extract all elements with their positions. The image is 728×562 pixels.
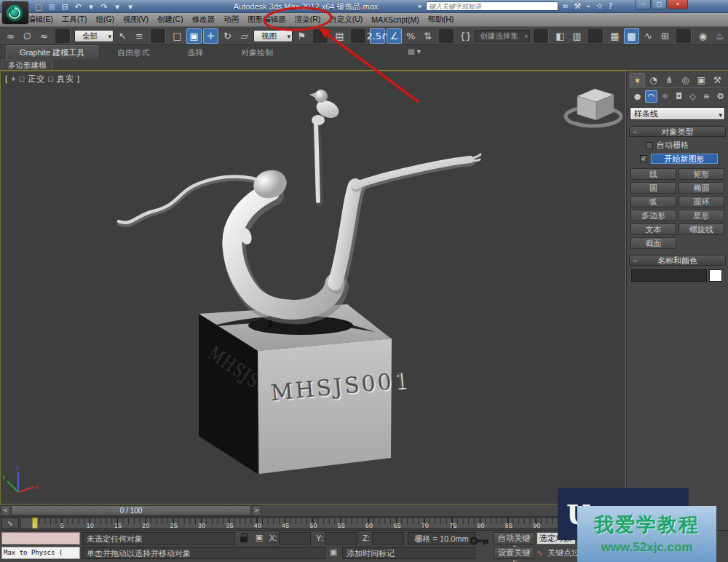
tab-hierarchy[interactable]: ⋔ [662, 73, 677, 87]
cat-geometry[interactable]: ● [631, 90, 644, 103]
isolate-selection-icon[interactable]: ▣ [328, 547, 339, 559]
edit-named-sets-icon[interactable]: {} [458, 28, 473, 44]
help-icon[interactable]: ? [609, 1, 613, 11]
mirror-icon[interactable]: ◧ [553, 28, 568, 44]
menu-item[interactable]: 组(G) [91, 15, 119, 25]
shape-button[interactable]: 线 [630, 168, 676, 180]
menu-item[interactable]: 工具(T) [58, 15, 91, 25]
select-and-link-icon[interactable]: ∞ [3, 28, 18, 44]
shape-button[interactable]: 圆 [630, 182, 676, 194]
set-key-button[interactable]: 设置关键点 [494, 547, 534, 559]
menu-item[interactable]: 图形编辑器 [243, 15, 290, 25]
percent-snap-icon[interactable]: % [403, 28, 419, 44]
selection-region-icon[interactable]: □ [170, 28, 185, 44]
align-icon[interactable]: ▥ [569, 28, 585, 44]
shape-button[interactable]: 弧 [630, 196, 676, 207]
start-new-shape-checkbox[interactable]: ✓ [640, 155, 647, 162]
object-name-input[interactable] [631, 269, 707, 282]
angle-snap-icon[interactable]: ∠ [387, 28, 402, 44]
shape-button[interactable]: 椭圆 [678, 182, 724, 194]
tab-selection[interactable]: 选择 [168, 46, 222, 60]
curve-editor-icon[interactable]: ∿ [641, 28, 656, 44]
cat-space-warps[interactable]: ≋ [700, 90, 713, 103]
maxscript-mini-listener[interactable] [1, 532, 80, 545]
menu-item[interactable]: 帮助(H) [424, 15, 459, 25]
snaps-toggle-icon[interactable]: 2.5∩ [370, 28, 385, 44]
viewcube[interactable] [566, 89, 621, 126]
track-bar[interactable]: ∿ 051015202530354045505560657075808590 [0, 517, 626, 530]
favorites-star-icon[interactable]: ☆ [596, 1, 604, 11]
menu-item[interactable]: MAXScript(M) [367, 15, 423, 24]
autogrid-checkbox[interactable] [646, 142, 653, 149]
ribbon-minimize-icon[interactable]: ▤ ▾ [408, 47, 421, 57]
menu-item[interactable]: 自定义(U) [325, 15, 367, 25]
z-coordinate-field[interactable] [372, 532, 404, 545]
infocenter-icon[interactable]: ⌁ [586, 1, 591, 11]
keyboard-override-icon[interactable]: ▤ [332, 28, 347, 44]
shape-button[interactable]: 星形 [678, 210, 724, 221]
object-type-rollout-header[interactable]: − 对象类型 [629, 126, 726, 137]
quick-access-customize-caret[interactable]: ▾ [125, 2, 135, 12]
menu-item[interactable]: 修改器 [188, 15, 220, 25]
bind-to-space-warp-icon[interactable]: ≈ [36, 28, 52, 44]
shape-button[interactable]: 螺旋线 [678, 223, 724, 235]
save-file-icon[interactable]: ⊟ [60, 2, 70, 12]
cat-shapes[interactable]: ◠ [645, 90, 657, 103]
tab-motion[interactable]: ◎ [678, 73, 693, 87]
x-coordinate-field[interactable] [279, 532, 311, 545]
tab-display[interactable]: ▣ [694, 73, 709, 87]
unlink-selection-icon[interactable]: ∅ [20, 28, 35, 44]
select-and-rotate-icon[interactable]: ↻ [220, 28, 235, 44]
y-coordinate-field[interactable] [325, 532, 357, 545]
cat-lights[interactable]: ☼ [659, 90, 671, 103]
schematic-view-icon[interactable]: ⊞ [657, 28, 673, 44]
key-filters-curve-icon[interactable]: ∿ [537, 548, 543, 558]
cat-systems[interactable]: ❂ [714, 90, 727, 103]
tab-utilities[interactable]: ⚒ [710, 73, 725, 87]
select-and-scale-icon[interactable]: ▱ [237, 28, 252, 44]
cat-helpers[interactable]: ◇ [687, 90, 699, 103]
new-file-icon[interactable]: ▢ [33, 2, 44, 12]
ribbon-subtab-polygon-modeling[interactable]: 多边形建模 [1, 60, 53, 70]
shape-button[interactable]: 文本 [630, 223, 676, 235]
search-input[interactable] [426, 1, 558, 11]
undo-icon[interactable]: ↶ [73, 2, 83, 12]
open-file-icon[interactable]: ⊞ [47, 2, 57, 12]
auto-key-button[interactable]: 自动关键点 [494, 532, 534, 545]
selection-filter-dropdown[interactable]: 全部 [74, 30, 114, 42]
close-button[interactable]: × [668, 0, 688, 9]
menu-item[interactable]: 创建(C) [153, 15, 188, 25]
select-and-move-icon[interactable]: ✛ [203, 28, 218, 44]
render-setup-icon[interactable]: ♨ [712, 28, 727, 44]
application-menu-button[interactable] [1, 1, 29, 25]
redo-dropdown-caret[interactable]: ▾ [112, 2, 122, 12]
graphite-ribbon-toggle-icon[interactable]: ▩ [624, 28, 639, 44]
absolute-offset-toggle-icon[interactable]: ▣ [253, 533, 265, 545]
select-and-manipulate-icon[interactable]: ⚑ [294, 28, 309, 44]
shape-button[interactable]: 矩形 [678, 168, 724, 180]
maximize-button[interactable]: ▢ [652, 0, 667, 9]
window-crossing-icon[interactable]: ▣ [186, 28, 202, 44]
undo-dropdown-caret[interactable]: ▾ [86, 2, 96, 12]
tab-modify[interactable]: ◔ [646, 73, 661, 87]
spinner-snap-icon[interactable]: ⇅ [420, 28, 435, 44]
next-frame-button[interactable]: > [252, 505, 261, 515]
communication-center-icon[interactable]: ⚒ [574, 1, 581, 11]
search-expand-caret[interactable]: ▸ [419, 2, 422, 9]
minimize-button[interactable]: ─ [636, 0, 651, 9]
search-binoculars-icon[interactable]: ∞ [562, 1, 569, 11]
menu-item[interactable]: 渲染(R) [290, 15, 325, 25]
tab-create[interactable]: ✶ [630, 73, 645, 87]
selection-lock-icon[interactable] [240, 537, 248, 542]
object-color-swatch[interactable] [709, 269, 722, 282]
tab-graphite-modeling[interactable]: Graphite 建模工具 [6, 45, 98, 60]
tab-freeform[interactable]: 自由形式 [98, 46, 168, 60]
time-slider-handle[interactable]: 0 / 100 [11, 505, 251, 515]
named-selection-sets-combo[interactable]: 创建选择集 [475, 30, 530, 42]
select-by-name-icon[interactable]: ≡ [132, 28, 147, 44]
select-object-icon[interactable]: ↖ [115, 28, 130, 44]
menu-item[interactable]: 动画 [219, 15, 243, 25]
previous-frame-button[interactable]: < [1, 505, 10, 515]
menu-item[interactable]: 视图(V) [119, 15, 153, 25]
cat-cameras[interactable]: ◘ [673, 90, 685, 103]
